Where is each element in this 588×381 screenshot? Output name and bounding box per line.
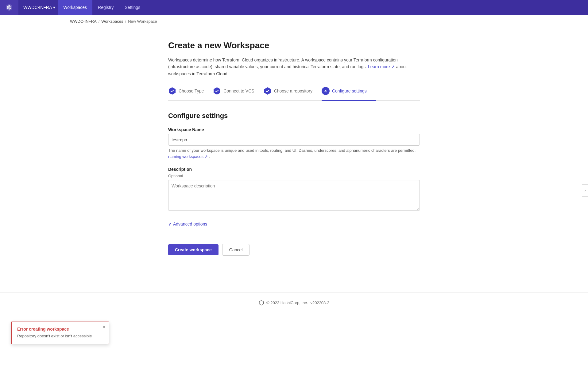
- step-1-icon: [168, 87, 176, 95]
- step-2-label: Connect to VCS: [223, 88, 254, 93]
- error-toast-title: Error creating workspace: [17, 327, 98, 332]
- org-selector[interactable]: WWDC-INFRA ▾: [18, 5, 58, 10]
- breadcrumb-org[interactable]: WWDC-INFRA: [70, 19, 97, 24]
- step-3-icon: [264, 87, 272, 95]
- page-title: Create a new Workspace: [168, 41, 420, 50]
- breadcrumb-sep-1: /: [99, 19, 100, 24]
- error-toast-close-button[interactable]: ×: [103, 325, 105, 329]
- step-4-label: Configure settings: [332, 88, 367, 93]
- step-3: Choose a repository: [264, 87, 322, 100]
- footer: ⬡ © 2023 HashiCorp, Inc. v202208-2: [0, 293, 588, 312]
- advanced-options-label: Advanced options: [173, 222, 207, 226]
- action-buttons: Create workspace Cancel: [168, 239, 420, 256]
- breadcrumb-workspaces[interactable]: Workspaces: [101, 19, 123, 24]
- nav-item-registry[interactable]: Registry: [92, 0, 119, 15]
- error-toast: Error creating workspace Repository does…: [11, 321, 109, 344]
- svg-text:⬡: ⬡: [8, 6, 10, 9]
- nav-items: Workspaces Registry Settings: [58, 0, 146, 15]
- error-toast-body: Repository doesn't exist or isn't access…: [17, 333, 98, 339]
- workspace-name-label: Workspace Name: [168, 127, 420, 132]
- cancel-button[interactable]: Cancel: [222, 244, 250, 256]
- step-1-label: Choose Type: [179, 88, 204, 93]
- description-label: Description: [168, 167, 420, 172]
- nav-item-workspaces[interactable]: Workspaces: [58, 0, 92, 15]
- create-workspace-button[interactable]: Create workspace: [168, 244, 219, 255]
- step-3-label: Choose a repository: [274, 88, 312, 93]
- step-2-icon: [213, 87, 221, 95]
- advanced-options-toggle[interactable]: ∨ Advanced options: [168, 219, 420, 229]
- step-1: Choose Type: [168, 87, 213, 100]
- nav-item-settings[interactable]: Settings: [119, 0, 146, 15]
- breadcrumb-current: New Workspace: [128, 19, 157, 24]
- org-name: WWDC-INFRA: [23, 5, 52, 10]
- learn-more-link[interactable]: Learn more ↗: [368, 64, 395, 69]
- page-description: Workspaces determine how Terraform Cloud…: [168, 57, 420, 77]
- workspace-name-group: Workspace Name The name of your workspac…: [168, 127, 420, 159]
- sidebar-arrow-icon: ›: [585, 188, 586, 193]
- nav-logo[interactable]: ⬡: [0, 0, 18, 15]
- description-sublabel: Optional: [168, 174, 420, 178]
- footer-version: v202208-2: [310, 300, 329, 305]
- naming-workspaces-link[interactable]: naming workspaces ↗: [168, 154, 208, 159]
- hashicorp-footer-logo: ⬡: [259, 299, 264, 306]
- description-group: Description Optional: [168, 167, 420, 212]
- breadcrumb-sep-2: /: [125, 19, 126, 24]
- sidebar-expand-arrow[interactable]: ›: [582, 184, 588, 197]
- stepper: Choose Type Connect to VCS Choose a repo…: [168, 87, 420, 101]
- description-textarea[interactable]: [168, 180, 420, 211]
- org-dropdown-chevron: ▾: [53, 5, 55, 10]
- footer-copyright: © 2023 HashiCorp, Inc.: [266, 300, 308, 305]
- step-4-badge: 4: [322, 87, 330, 95]
- hashicorp-logo-icon: ⬡: [5, 3, 14, 12]
- workspace-name-help: The name of your workspace is unique and…: [168, 147, 420, 159]
- section-title: Configure settings: [168, 112, 420, 120]
- main-content: Create a new Workspace Workspaces determ…: [162, 28, 426, 280]
- breadcrumb: WWDC-INFRA / Workspaces / New Workspace: [0, 15, 588, 28]
- advanced-options-chevron: ∨: [168, 222, 171, 226]
- step-2: Connect to VCS: [213, 87, 263, 100]
- workspace-name-input[interactable]: [168, 134, 420, 146]
- top-navigation: ⬡ WWDC-INFRA ▾ Workspaces Registry Setti…: [0, 0, 588, 15]
- step-4: 4 Configure settings: [322, 87, 376, 100]
